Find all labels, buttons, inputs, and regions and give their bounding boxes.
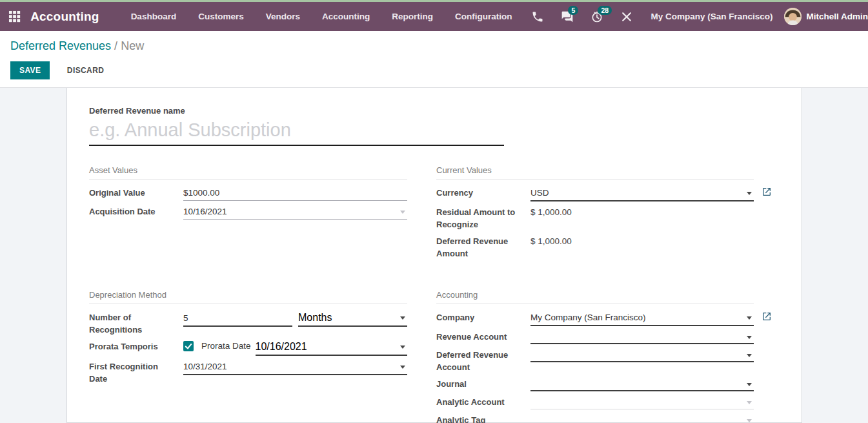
group-current-values-title: Current Values	[436, 165, 754, 180]
period-unit-select[interactable]: Months	[298, 311, 407, 327]
chevron-down-icon[interactable]	[747, 192, 752, 195]
group-asset-values: Asset Values Original Value Acquisition …	[89, 165, 407, 264]
field-residual-amount: Residual Amount to Recognize $ 1,000.00	[436, 206, 754, 231]
field-first-recognition-date: First Recognition Date 10/31/2021	[89, 360, 407, 385]
deferred-amount-value: $ 1,000.00	[530, 235, 754, 249]
control-panel: Deferred Revenues / New SAVE DISCARD	[0, 31, 868, 88]
currency-select[interactable]: USD	[530, 187, 754, 201]
journal-select[interactable]	[530, 378, 754, 391]
recognitions-count-input[interactable]	[183, 311, 292, 327]
form-view: Deferred Revenue name Asset Values Origi…	[0, 88, 868, 423]
chevron-down-icon[interactable]	[747, 383, 752, 386]
breadcrumb-current: New	[121, 39, 144, 52]
field-revenue-account: Revenue Account	[436, 331, 754, 344]
prorata-checkbox[interactable]	[183, 341, 194, 351]
original-value-input[interactable]	[183, 187, 407, 201]
deferred-amount-label: Deferred Revenue Amount	[436, 235, 530, 260]
first-recognition-label: First Recognition Date	[89, 360, 183, 385]
activities-count-badge: 28	[598, 6, 612, 15]
save-button[interactable]: SAVE	[10, 61, 50, 79]
first-recognition-date-input[interactable]: 10/31/2021	[183, 360, 407, 375]
user-name: Mitchell Admin	[806, 12, 868, 21]
user-avatar	[784, 8, 802, 25]
field-prorata-temporis: Prorata Temporis Prorata Date 10/16/2021	[89, 340, 407, 356]
company-label: Company	[436, 311, 530, 324]
chevron-down-icon[interactable]	[400, 316, 405, 320]
menu-accounting[interactable]: Accounting	[311, 2, 381, 31]
form-columns-top: Asset Values Original Value Acquisition …	[89, 165, 802, 264]
field-currency: Currency USD	[436, 187, 754, 201]
record-name-input[interactable]	[89, 118, 504, 146]
journal-label: Journal	[436, 378, 530, 390]
recognitions-inputs: Months	[183, 311, 407, 327]
prorata-controls: Prorata Date 10/16/2021	[183, 340, 407, 356]
prorata-label: Prorata Temporis	[89, 340, 183, 353]
currency-label: Currency	[436, 187, 530, 199]
deferred-account-select[interactable]	[530, 349, 754, 362]
chevron-down-icon[interactable]	[747, 336, 752, 339]
analytic-tag-select[interactable]	[530, 414, 754, 423]
app-name[interactable]: Accounting	[30, 10, 99, 24]
company-select[interactable]: My Company (San Francisco)	[530, 311, 754, 326]
field-number-of-recognitions: Number of Recognitions Months	[89, 311, 407, 336]
external-link-icon[interactable]	[762, 311, 772, 322]
discard-button[interactable]: DISCARD	[58, 61, 113, 79]
chevron-down-icon[interactable]	[400, 346, 405, 349]
menu-reporting[interactable]: Reporting	[381, 2, 444, 31]
acquisition-date-label: Acquisition Date	[89, 205, 183, 218]
field-analytic-tag: Analytic Tag	[436, 414, 754, 423]
group-current-values: Current Values Currency USD Residual Amo…	[436, 165, 754, 264]
user-menu[interactable]: Mitchell Admin	[784, 8, 868, 25]
analytic-tag-label: Analytic Tag	[436, 414, 530, 423]
chevron-down-icon[interactable]	[747, 419, 752, 422]
analytic-account-label: Analytic Account	[436, 396, 530, 408]
menu-dashboard[interactable]: Dashboard	[120, 2, 188, 31]
messages-icon[interactable]: 5	[561, 10, 574, 23]
group-depreciation-method: Depreciation Method Number of Recognitio…	[89, 290, 407, 423]
field-original-value: Original Value	[89, 187, 407, 201]
field-company: Company My Company (San Francisco)	[436, 311, 754, 326]
prorata-date-input[interactable]: 10/16/2021	[256, 340, 407, 356]
deferred-account-label: Deferred Revenue Account	[436, 349, 530, 373]
revenue-account-select[interactable]	[530, 331, 754, 344]
recognitions-count-text[interactable]	[183, 313, 292, 323]
residual-amount-value: $ 1,000.00	[530, 206, 754, 220]
activities-clock-icon[interactable]: 28	[590, 10, 603, 23]
chevron-down-icon[interactable]	[400, 366, 405, 369]
menu-configuration[interactable]: Configuration	[444, 2, 523, 31]
form-columns-bottom: Depreciation Method Number of Recognitio…	[89, 290, 802, 423]
original-value-text[interactable]	[183, 188, 407, 198]
field-acquisition-date: Acquisition Date 10/16/2021	[89, 205, 407, 220]
company-switcher[interactable]: My Company (San Francisco)	[651, 12, 772, 21]
group-depreciation-title: Depreciation Method	[89, 290, 407, 304]
form-sheet: Deferred Revenue name Asset Values Origi…	[66, 88, 802, 423]
topbar-systray: 5 28 My Company (San Francisco) Mitchell…	[523, 8, 868, 25]
revenue-account-label: Revenue Account	[436, 331, 530, 343]
group-accounting: Accounting Company My Company (San Franc…	[436, 290, 754, 423]
prorata-date-label: Prorata Date	[201, 341, 251, 351]
breadcrumb-parent[interactable]: Deferred Revenues	[10, 39, 111, 52]
top-navbar: Accounting Dashboard Customers Vendors A…	[0, 2, 868, 31]
acquisition-date-input[interactable]: 10/16/2021	[183, 205, 407, 220]
external-link-icon[interactable]	[762, 187, 772, 197]
messages-count-badge: 5	[568, 6, 578, 15]
phone-icon[interactable]	[531, 10, 544, 23]
apps-grid-icon[interactable]	[8, 10, 21, 24]
chevron-down-icon[interactable]	[747, 401, 752, 404]
breadcrumb: Deferred Revenues / New	[10, 39, 858, 53]
analytic-account-select[interactable]	[530, 396, 754, 409]
original-value-label: Original Value	[89, 187, 183, 199]
field-analytic-account: Analytic Account	[436, 396, 754, 409]
recognitions-label: Number of Recognitions	[89, 311, 183, 336]
tools-icon[interactable]	[620, 10, 633, 23]
chevron-down-icon[interactable]	[747, 316, 752, 320]
group-asset-values-title: Asset Values	[89, 165, 407, 180]
record-name-label: Deferred Revenue name	[89, 106, 802, 116]
menu-vendors[interactable]: Vendors	[255, 2, 311, 31]
breadcrumb-separator: /	[114, 39, 117, 52]
menu-customers[interactable]: Customers	[187, 2, 255, 31]
residual-amount-label: Residual Amount to Recognize	[436, 206, 530, 231]
chevron-down-icon[interactable]	[747, 354, 752, 357]
action-buttons: SAVE DISCARD	[10, 61, 858, 79]
chevron-down-icon[interactable]	[400, 211, 405, 214]
